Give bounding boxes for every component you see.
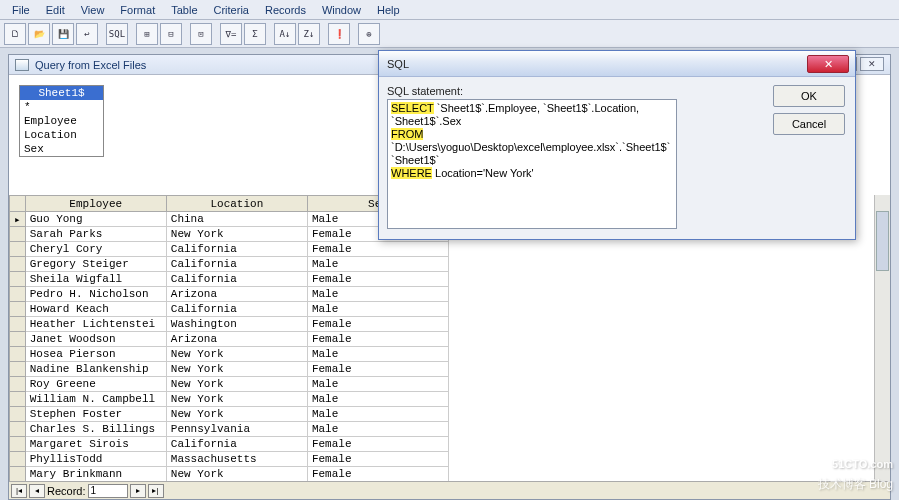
- dialog-close-button[interactable]: ✕: [807, 55, 849, 73]
- toolbar-button[interactable]: ❗: [328, 23, 350, 45]
- field-item[interactable]: Location: [20, 128, 103, 142]
- close-button[interactable]: ✕: [860, 57, 884, 71]
- toolbar-button[interactable]: ∇=: [220, 23, 242, 45]
- toolbar-button[interactable]: 📂: [28, 23, 50, 45]
- record-navigator: |◂ ◂ Record: ▸ ▸|: [9, 481, 890, 499]
- table-row[interactable]: Cheryl CoryCaliforniaFemale: [10, 242, 449, 257]
- toolbar-button[interactable]: ⊟: [160, 23, 182, 45]
- toolbar-button[interactable]: 💾: [52, 23, 74, 45]
- dialog-title: SQL: [387, 58, 409, 70]
- menu-bar: FileEditViewFormatTableCriteriaRecordsWi…: [0, 0, 899, 20]
- table-row[interactable]: Heather LichtensteiWashingtonFemale: [10, 317, 449, 332]
- toolbar-button[interactable]: Σ: [244, 23, 266, 45]
- table-row[interactable]: William N. CampbellNew YorkMale: [10, 392, 449, 407]
- sql-button[interactable]: SQL: [106, 23, 128, 45]
- column-header[interactable]: Employee: [25, 196, 166, 212]
- table-row[interactable]: Howard KeachCaliforniaMale: [10, 302, 449, 317]
- table-row[interactable]: Mary BrinkmannNew YorkFemale: [10, 467, 449, 482]
- sort-asc-button[interactable]: A↓: [274, 23, 296, 45]
- watermark: 51CTO.com 技术博客 Blog: [818, 454, 893, 494]
- dialog-titlebar[interactable]: SQL ✕: [379, 51, 855, 77]
- table-row[interactable]: Hosea PiersonNew YorkMale: [10, 347, 449, 362]
- sort-desc-button[interactable]: Z↓: [298, 23, 320, 45]
- sql-textarea[interactable]: SELECT `Sheet1$`.Employee, `Sheet1$`.Loc…: [387, 99, 677, 229]
- nav-first[interactable]: |◂: [11, 484, 27, 498]
- menu-help[interactable]: Help: [369, 2, 408, 18]
- column-header[interactable]: Location: [166, 196, 307, 212]
- field-list-header: Sheet1$: [20, 86, 103, 100]
- menu-edit[interactable]: Edit: [38, 2, 73, 18]
- field-item[interactable]: *: [20, 100, 103, 114]
- table-row[interactable]: PhyllisToddMassachusettsFemale: [10, 452, 449, 467]
- field-item[interactable]: Sex: [20, 142, 103, 156]
- menu-file[interactable]: File: [4, 2, 38, 18]
- toolbar-button[interactable]: ⊕: [358, 23, 380, 45]
- window-title: Query from Excel Files: [35, 59, 146, 71]
- table-row[interactable]: Roy GreeneNew YorkMale: [10, 377, 449, 392]
- nav-last[interactable]: ▸|: [148, 484, 164, 498]
- field-item[interactable]: Employee: [20, 114, 103, 128]
- sql-dialog: SQL ✕ SQL statement: SELECT `Sheet1$`.Em…: [378, 50, 856, 240]
- toolbar-button[interactable]: 🗋: [4, 23, 26, 45]
- table-row[interactable]: Gregory SteigerCaliforniaMale: [10, 257, 449, 272]
- record-label: Record:: [47, 485, 86, 497]
- table-row[interactable]: Charles S. BillingsPennsylvaniaMale: [10, 422, 449, 437]
- window-icon: [15, 59, 29, 71]
- table-row[interactable]: Stephen FosterNew YorkMale: [10, 407, 449, 422]
- menu-view[interactable]: View: [73, 2, 113, 18]
- menu-criteria[interactable]: Criteria: [206, 2, 257, 18]
- toolbar-button[interactable]: ⊞: [136, 23, 158, 45]
- toolbar-button[interactable]: ⊡: [190, 23, 212, 45]
- cancel-button[interactable]: Cancel: [773, 113, 845, 135]
- toolbar-button[interactable]: ↩: [76, 23, 98, 45]
- menu-window[interactable]: Window: [314, 2, 369, 18]
- menu-table[interactable]: Table: [163, 2, 205, 18]
- menu-format[interactable]: Format: [112, 2, 163, 18]
- field-list[interactable]: Sheet1$ *EmployeeLocationSex: [19, 85, 104, 157]
- table-row[interactable]: Janet WoodsonArizonaFemale: [10, 332, 449, 347]
- table-row[interactable]: Pedro H. NicholsonArizonaMale: [10, 287, 449, 302]
- vertical-scrollbar[interactable]: [874, 195, 890, 481]
- nav-next[interactable]: ▸: [130, 484, 146, 498]
- menu-records[interactable]: Records: [257, 2, 314, 18]
- nav-prev[interactable]: ◂: [29, 484, 45, 498]
- record-input[interactable]: [88, 484, 128, 498]
- ok-button[interactable]: OK: [773, 85, 845, 107]
- table-row[interactable]: Nadine BlankenshipNew YorkFemale: [10, 362, 449, 377]
- table-row[interactable]: Margaret SiroisCaliforniaFemale: [10, 437, 449, 452]
- table-row[interactable]: Sheila WigfallCaliforniaFemale: [10, 272, 449, 287]
- toolbar: 🗋 📂 💾 ↩ SQL ⊞ ⊟ ⊡ ∇= Σ A↓ Z↓ ❗ ⊕: [0, 20, 899, 48]
